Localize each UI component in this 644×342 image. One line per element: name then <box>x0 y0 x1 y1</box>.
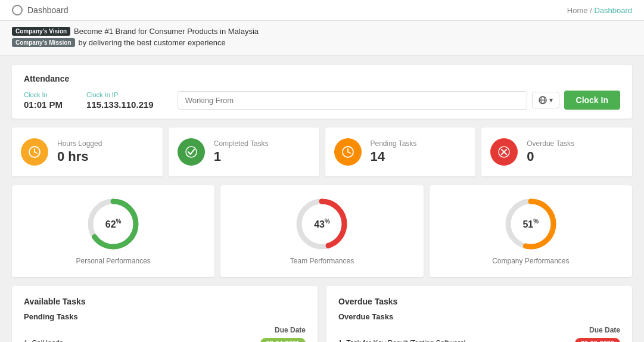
clock-in-ip-value: 115.133.110.219 <box>86 100 154 110</box>
available-due-date-header: Due Date <box>24 326 306 334</box>
clock-in-field: Clock In 01:01 PM <box>24 91 63 110</box>
close-icon <box>497 145 511 158</box>
mission-text: by delivering the best customer experien… <box>79 38 226 47</box>
performance-row: 62% Personal Performances 43% Team Perfo… <box>12 185 632 277</box>
attendance-row: Clock In 01:01 PM Clock In IP 115.133.11… <box>24 91 620 110</box>
task-text-1: 1. Call leads <box>24 339 63 342</box>
clock-in-button[interactable]: Clock In <box>564 91 620 110</box>
stat-value-completed: 1 <box>214 149 269 164</box>
perf-card-personal: 62% Personal Performances <box>12 185 214 277</box>
breadcrumb-home: Home <box>567 6 588 15</box>
overdue-item-1: 1. Task for Key Result 'Testing Software… <box>338 338 620 342</box>
perf-card-company: 51% Company Performances <box>430 185 632 277</box>
attendance-title: Attendance <box>24 74 620 83</box>
working-from-wrapper: ▾ Clock In <box>178 91 620 110</box>
vision-row: Company's Vision Become #1 Brand for Con… <box>12 27 632 36</box>
available-tasks-card: Available Tasks Pending Tasks Due Date 1… <box>12 286 318 342</box>
dashboard-icon <box>12 5 23 15</box>
hours-icon-circle <box>21 138 48 166</box>
clock-in-ip-field: Clock In IP 115.133.110.219 <box>86 91 154 110</box>
mission-badge: Company's Mission <box>12 38 75 47</box>
vision-badge: Company's Vision <box>12 27 70 36</box>
nav-title-area: Dashboard <box>12 5 69 15</box>
available-tasks-title: Available Tasks <box>24 297 306 306</box>
stat-card-pending: Pending Tasks 14 <box>325 128 476 176</box>
overdue-due-1: 30-09-2020 <box>575 338 620 342</box>
overdue-tasks-subtitle: Overdue Tasks <box>338 312 620 321</box>
stat-label-overdue: Overdue Tasks <box>527 139 574 148</box>
company-donut: 51% <box>504 197 558 251</box>
team-percent: 43% <box>314 218 330 229</box>
task-item-1: 1. Call leads 23-04-2021 <box>24 338 306 342</box>
team-perf-label: Team Performances <box>290 257 354 265</box>
breadcrumb-current[interactable]: Dashboard <box>594 6 632 15</box>
pending-icon-circle <box>334 138 362 166</box>
stat-card-overdue: Overdue Tasks 0 <box>481 128 632 176</box>
nav-title: Dashboard <box>27 5 69 15</box>
stat-label-pending: Pending Tasks <box>371 139 417 148</box>
tasks-section: Available Tasks Pending Tasks Due Date 1… <box>12 286 632 342</box>
pending-tasks-subtitle: Pending Tasks <box>24 312 306 321</box>
stat-value-pending: 14 <box>371 149 417 164</box>
globe-button[interactable]: ▾ <box>532 92 559 108</box>
overdue-icon-circle <box>490 138 518 166</box>
stat-card-hours: Hours Logged 0 hrs <box>12 128 163 176</box>
stat-info-completed: Completed Tasks 1 <box>214 139 269 164</box>
globe-dropdown-arrow: ▾ <box>549 96 553 104</box>
stat-label-completed: Completed Tasks <box>214 139 269 148</box>
stat-info-hours: Hours Logged 0 hrs <box>57 139 102 164</box>
clock-in-value: 01:01 PM <box>24 100 63 110</box>
stat-value-overdue: 0 <box>527 149 574 164</box>
perf-card-team: 43% Team Performances <box>220 185 423 277</box>
stats-row: Hours Logged 0 hrs Completed Tasks 1 <box>12 128 632 176</box>
banner-section: Company's Vision Become #1 Brand for Con… <box>0 21 644 56</box>
clock-in-ip-label: Clock In IP <box>86 91 154 98</box>
clock-in-label: Clock In <box>24 91 63 98</box>
stat-info-pending: Pending Tasks 14 <box>371 139 417 164</box>
overdue-text-1: 1. Task for Key Result 'Testing Software… <box>338 339 465 342</box>
pending-clock-icon <box>341 145 354 158</box>
personal-donut: 62% <box>86 197 140 251</box>
task-due-1: 23-04-2021 <box>260 338 306 342</box>
overdue-due-date-header: Due Date <box>338 326 620 334</box>
stat-card-completed: Completed Tasks 1 <box>169 128 319 176</box>
globe-icon <box>539 96 547 104</box>
top-nav: Dashboard Home / Dashboard <box>0 0 644 21</box>
check-icon <box>185 145 198 158</box>
svg-line-5 <box>35 152 37 153</box>
mission-row: Company's Mission by delivering the best… <box>12 38 632 47</box>
company-percent: 51% <box>522 218 539 229</box>
svg-line-9 <box>348 152 350 153</box>
main-content: Attendance Clock In 01:01 PM Clock In IP… <box>0 56 644 342</box>
personal-percent: 62% <box>105 218 122 229</box>
company-perf-label: Company Performances <box>492 257 569 265</box>
stat-label-hours: Hours Logged <box>57 139 102 148</box>
clock-icon <box>28 145 41 158</box>
overdue-tasks-title: Overdue Tasks <box>338 297 620 306</box>
overdue-tasks-card: Overdue Tasks Overdue Tasks Due Date 1. … <box>326 286 632 342</box>
stat-info-overdue: Overdue Tasks 0 <box>527 139 574 164</box>
svg-point-6 <box>186 147 197 157</box>
working-from-input[interactable] <box>178 91 527 110</box>
vision-text: Become #1 Brand for Consumer Products in… <box>74 27 259 36</box>
attendance-card: Attendance Clock In 01:01 PM Clock In IP… <box>12 65 632 119</box>
completed-icon-circle <box>178 138 205 166</box>
team-donut: 43% <box>295 197 349 251</box>
breadcrumb: Home / Dashboard <box>567 6 632 15</box>
personal-perf-label: Personal Performances <box>76 257 150 265</box>
stat-value-hours: 0 hrs <box>57 149 102 164</box>
